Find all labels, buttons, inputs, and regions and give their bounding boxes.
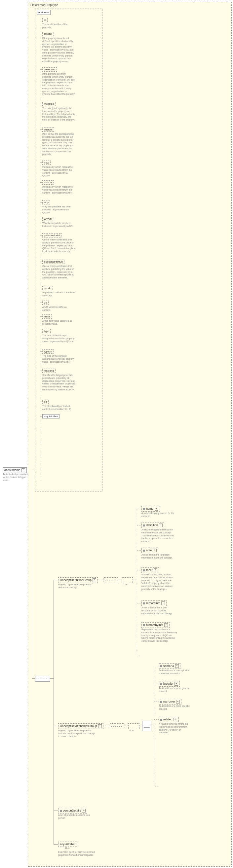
root-desc: An individual accountable for the conten… <box>3 473 32 482</box>
c <box>40 416 42 416</box>
c <box>137 509 142 509</box>
c <box>40 182 42 183</box>
attr-creatoruri[interactable]: creatoruri <box>42 67 57 72</box>
el-sameas-desc: An identifier of a concept with equivale… <box>158 669 192 675</box>
expand-icon[interactable]: + <box>98 724 102 728</box>
attr-creator[interactable]: creator <box>42 32 54 36</box>
attr-whyuri[interactable]: whyuri <box>42 217 53 221</box>
el-facet-desc: In NAR 1.8 and later, facet is deprecate… <box>142 574 175 591</box>
attr-creator-desc: If the property value is not defined, sp… <box>42 37 75 63</box>
attr-typeuri-desc: The type of the concept assigned as cont… <box>42 355 75 363</box>
attr-dir[interactable]: dir <box>42 400 49 404</box>
el-broader-desc: An identifier of a more generic concept. <box>158 687 192 693</box>
attr-how-desc: Indicates by which means the value was e… <box>42 166 75 177</box>
c <box>32 470 32 678</box>
c <box>40 303 42 303</box>
attr-uri[interactable]: uri <box>42 301 49 305</box>
expand-icon[interactable]: + <box>159 524 163 527</box>
complextype-title: FlexPersonPropType <box>30 3 58 7</box>
el-related-desc: A related concept, where the relationshi… <box>158 723 192 734</box>
expand-icon[interactable]: + <box>175 664 179 668</box>
attr-type-desc: The type of the concept assigned as cont… <box>42 334 75 343</box>
group-rel-desc: A group of properties required to indica… <box>58 729 96 738</box>
c <box>137 550 142 551</box>
ellipsis-icon: ... <box>154 784 158 788</box>
expand-icon[interactable]: + <box>175 682 178 686</box>
attr-howuri[interactable]: howuri <box>42 180 54 185</box>
expand-icon[interactable]: + <box>164 623 168 627</box>
attr-pubconstraint[interactable]: pubconstraint <box>42 233 61 238</box>
expand-icon[interactable]: + <box>82 809 86 812</box>
c <box>40 20 42 20</box>
sequence-icon[interactable] <box>103 577 118 583</box>
attr-literal[interactable]: literal <box>42 314 52 319</box>
c <box>137 625 142 625</box>
attr-id[interactable]: id <box>42 18 48 22</box>
el-anyother[interactable]: any ##other <box>58 842 77 847</box>
attr-pubconstrainturi[interactable]: pubconstrainturi <box>42 259 64 264</box>
element-marker-icon <box>160 701 162 703</box>
root-element[interactable]: accountable+ <box>3 467 27 473</box>
element-marker-icon <box>160 683 162 685</box>
attr-why[interactable]: why <box>42 200 50 205</box>
c <box>50 678 54 679</box>
el-facet[interactable]: facet+ <box>142 567 159 573</box>
group-concept-relationships[interactable]: ConceptRelationshipsGroup+ <box>58 723 104 729</box>
el-name[interactable]: name+ <box>142 506 160 512</box>
el-narrower[interactable]: narrower+ <box>158 699 181 705</box>
el-sameas[interactable]: sameAs+ <box>158 663 180 669</box>
attr-modified-desc: The date (and, optionally, the time) whe… <box>42 107 75 122</box>
expand-icon[interactable]: + <box>155 507 158 510</box>
element-marker-icon <box>143 602 145 604</box>
element-marker-icon <box>143 569 145 571</box>
c <box>40 34 42 34</box>
attr-spine <box>40 15 40 480</box>
c <box>40 288 42 288</box>
expand-icon[interactable]: + <box>174 718 177 721</box>
expand-icon[interactable]: + <box>154 568 157 572</box>
group-concept-definition[interactable]: ConceptDefinitionGroup+ <box>58 577 98 583</box>
attr-qcode[interactable]: qcode <box>42 286 53 290</box>
attr-why-desc: Why the metadata has been included - exp… <box>42 206 75 214</box>
attr-whyuri-desc: Why the metadata has been included - exp… <box>42 222 75 228</box>
c <box>154 740 154 785</box>
attr-custom[interactable]: custom <box>42 127 54 132</box>
expand-icon[interactable]: + <box>161 601 165 605</box>
el-narrower-desc: An identifier of a more specific concept… <box>158 705 192 711</box>
sequence-icon[interactable] <box>35 676 50 682</box>
expand-icon[interactable]: + <box>92 578 96 582</box>
attr-how[interactable]: how <box>42 160 51 165</box>
attr-xmllang[interactable]: xml:lang <box>42 369 56 373</box>
c <box>40 316 42 317</box>
expand-icon[interactable]: + <box>153 549 157 552</box>
attr-pubconstraint-desc: One or many constraints that apply to pu… <box>42 239 75 253</box>
attr-literal-desc: A free-text value assigned as property v… <box>42 320 75 326</box>
expand-icon[interactable]: + <box>22 468 25 472</box>
expand-icon[interactable]: + <box>176 700 180 704</box>
el-hierarchyinfo[interactable]: hierarchyInfo+ <box>142 622 170 628</box>
el-definition[interactable]: definition+ <box>142 523 164 528</box>
sequence-icon[interactable] <box>110 723 125 729</box>
c <box>137 570 142 570</box>
c <box>54 580 54 844</box>
el-related[interactable]: related+ <box>158 717 179 722</box>
attr-anyother[interactable]: any ##other <box>42 414 59 418</box>
choice-icon[interactable] <box>122 577 133 583</box>
attr-type[interactable]: type <box>42 329 51 333</box>
switch-icon[interactable] <box>142 721 151 731</box>
diagram-canvas: FlexPersonPropType accountable+ An indiv… <box>0 0 233 868</box>
ellipsis-icon: ... <box>137 653 141 657</box>
el-persondetails[interactable]: personDetails+ <box>58 808 87 813</box>
attr-typeuri[interactable]: typeuri <box>42 349 54 354</box>
el-name-desc: A natural language name for the concept. <box>142 512 175 518</box>
choice-icon[interactable] <box>128 723 140 729</box>
el-remoteinfo[interactable]: remoteInfo+ <box>142 600 167 606</box>
el-note[interactable]: note+ <box>142 548 158 553</box>
el-broader[interactable]: broader+ <box>158 681 180 687</box>
c <box>40 402 42 402</box>
c <box>54 810 58 811</box>
attr-id-desc: The local identifier of the property. <box>42 23 75 29</box>
el-note-desc: Additional natural language information … <box>142 554 175 559</box>
attr-modified[interactable]: modified <box>42 102 56 106</box>
c <box>40 202 42 203</box>
